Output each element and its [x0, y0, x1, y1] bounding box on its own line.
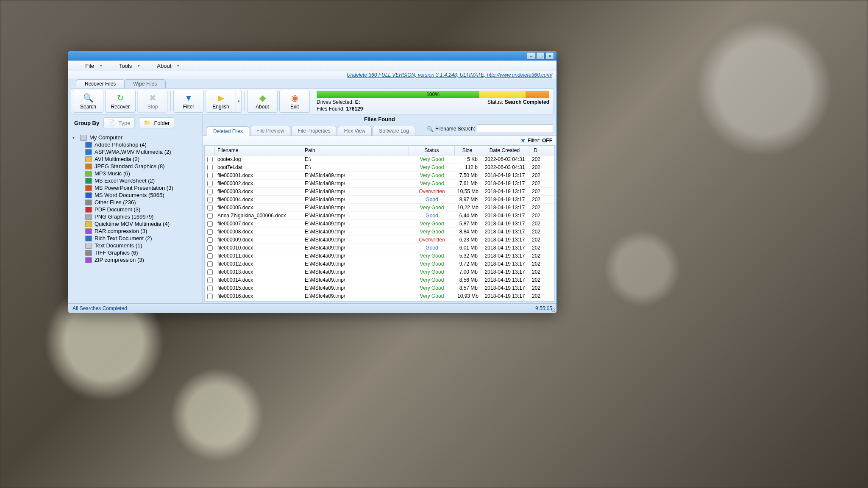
tab-file-properties[interactable]: File Properties: [291, 126, 337, 136]
table-row[interactable]: file000004.docxE:\MSIc4a09.tmp\Good8,97 …: [205, 196, 554, 204]
menu-tools[interactable]: Tools ▾: [119, 63, 140, 69]
tree-item[interactable]: ZIP compression (3): [85, 256, 200, 263]
group-by-type-button[interactable]: 📄 Type: [103, 117, 135, 128]
row-checkbox[interactable]: [207, 253, 213, 259]
tree-item[interactable]: MS PowerPoint Presentation (3): [85, 184, 200, 191]
progress-bar: 100%: [317, 91, 549, 98]
tree-item-label: MS Excel WorkSheet (2): [95, 177, 155, 184]
menu-about[interactable]: About ▾: [157, 63, 179, 69]
search-button[interactable]: 🔍 Search: [73, 90, 103, 113]
table-row[interactable]: file000007.docxE:\MSIc4a09.tmp\Very Good…: [205, 220, 554, 228]
category-tree[interactable]: ▾ My Computer Adobe Photoshop (4)ASF,WMA…: [68, 131, 202, 303]
table-row[interactable]: file000003.docxE:\MSIc4a09.tmp\Overwritt…: [205, 188, 554, 196]
tree-item[interactable]: Quicktime MOV Multimedia (4): [85, 220, 200, 227]
table-row[interactable]: file000015.docxE:\MSIc4a09.tmp\Very Good…: [205, 284, 554, 292]
col-status[interactable]: Status: [409, 146, 455, 155]
minimize-button[interactable]: –: [527, 52, 535, 60]
table-row[interactable]: file000017.docxE:\MSIc4a09.tmp\Overwritt…: [205, 300, 554, 301]
tree-item[interactable]: TIFF Graphics (6): [85, 249, 200, 256]
table-row[interactable]: file000016.docxE:\MSIc4a09.tmp\Very Good…: [205, 292, 554, 300]
tab-software-log[interactable]: Software Log: [373, 126, 415, 136]
tree-item[interactable]: RAR compression (3): [85, 227, 200, 235]
row-checkbox[interactable]: [207, 173, 213, 178]
stop-icon: ✖: [147, 93, 158, 103]
tree-root[interactable]: ▾ My Computer: [72, 134, 200, 141]
row-checkbox[interactable]: [207, 294, 213, 299]
table-row[interactable]: file000001.docxE:\MSIc4a09.tmp\Very Good…: [205, 172, 554, 180]
row-checkbox[interactable]: [207, 277, 213, 283]
row-checkbox[interactable]: [207, 237, 213, 243]
tab-hex-view[interactable]: Hex View: [338, 126, 372, 136]
row-checkbox[interactable]: [207, 245, 213, 251]
table-row[interactable]: bootex.logE:\Very Good5 Kb2022-06-03 04:…: [205, 155, 554, 164]
table-row[interactable]: file000014.docxE:\MSIc4a09.tmp\Very Good…: [205, 276, 554, 284]
filename-search-input[interactable]: [477, 125, 553, 133]
row-checkbox[interactable]: [207, 205, 213, 211]
col-checkbox[interactable]: [205, 146, 215, 155]
table-row[interactable]: file000005.docxE:\MSIc4a09.tmp\Very Good…: [205, 204, 554, 212]
close-button[interactable]: ✕: [545, 52, 554, 60]
tab-recover-files[interactable]: Recover Files: [76, 79, 125, 88]
table-row[interactable]: Anna Zhigalkina_000006.docxE:\MSIc4a09.t…: [205, 212, 554, 220]
row-checkbox[interactable]: [207, 269, 213, 275]
filter-toggle[interactable]: OFF: [542, 138, 552, 144]
tree-item[interactable]: JPEG Standard Graphics (8): [85, 163, 200, 170]
col-date[interactable]: Date Created: [480, 146, 529, 155]
table-row[interactable]: file000013.docxE:\MSIc4a09.tmp\Very Good…: [205, 268, 554, 276]
grid-body[interactable]: bootex.logE:\Very Good5 Kb2022-06-03 04:…: [205, 155, 554, 301]
row-checkbox[interactable]: [207, 229, 213, 235]
recover-button[interactable]: ↻ Recover: [105, 90, 136, 113]
tree-item[interactable]: MS Excel WorkSheet (2): [85, 177, 200, 184]
about-button[interactable]: ◆ About: [247, 90, 278, 113]
menu-file[interactable]: File ▾: [85, 63, 102, 69]
row-checkbox[interactable]: [207, 261, 213, 267]
tree-item[interactable]: Text Documents (1): [85, 242, 200, 249]
exit-button[interactable]: ◉ Exit: [279, 90, 310, 113]
group-by-folder-button[interactable]: 📁 Folder: [139, 117, 174, 128]
row-checkbox[interactable]: [207, 189, 213, 194]
row-checkbox[interactable]: [207, 165, 213, 170]
titlebar[interactable]: – ▢ ✕: [68, 51, 556, 61]
tree-item[interactable]: Rich Text Document (2): [85, 235, 200, 242]
filetype-icon: [85, 250, 92, 256]
cell-size: 7,00 Mb: [455, 269, 480, 275]
table-row[interactable]: bootTel.datE:\Very Good112 b2022-06-03 0…: [205, 164, 554, 172]
resize-grip[interactable]: [551, 308, 555, 312]
row-checkbox[interactable]: [207, 197, 213, 202]
tree-item[interactable]: MS Word Documents (5865): [85, 191, 200, 199]
cell-path: E:\: [302, 164, 409, 170]
table-row[interactable]: file000008.docxE:\MSIc4a09.tmp\Very Good…: [205, 228, 554, 236]
filetype-icon: [85, 257, 92, 263]
filename-search-label: Filename Search:: [435, 126, 475, 132]
table-row[interactable]: file000002.docxE:\MSIc4a09.tmp\Very Good…: [205, 180, 554, 188]
maximize-button[interactable]: ▢: [536, 52, 545, 60]
col-size[interactable]: Size: [455, 146, 480, 155]
tree-item[interactable]: ASF,WMA,WMV Multimedia (2): [85, 148, 200, 155]
filter-button[interactable]: ▼ Filter: [173, 90, 204, 113]
col-d[interactable]: D: [529, 146, 542, 155]
chevron-down-icon: ▾: [138, 64, 140, 68]
language-button[interactable]: ▶ English: [206, 90, 236, 113]
row-checkbox[interactable]: [207, 286, 213, 291]
table-row[interactable]: file000010.docxE:\MSIc4a09.tmp\Good6,01 …: [205, 244, 554, 252]
row-checkbox[interactable]: [207, 157, 213, 162]
tree-item[interactable]: PNG Graphics (169979): [85, 213, 200, 220]
tree-item[interactable]: MP3 Music (6): [85, 170, 200, 177]
tree-item[interactable]: AVI Multimedia (2): [85, 155, 200, 163]
row-checkbox[interactable]: [207, 181, 213, 186]
language-dropdown[interactable]: ▾: [236, 90, 242, 113]
col-filename[interactable]: Filename: [215, 146, 302, 155]
tree-item[interactable]: Adobe Photoshop (4): [85, 141, 200, 148]
row-checkbox[interactable]: [207, 221, 213, 227]
tree-item[interactable]: PDF Document (3): [85, 206, 200, 213]
tab-wipe-files[interactable]: Wipe Files: [124, 79, 166, 88]
row-checkbox[interactable]: [207, 213, 213, 219]
table-row[interactable]: file000009.docxE:\MSIc4a09.tmp\Overwritt…: [205, 236, 554, 244]
tab-deleted-files[interactable]: Deleted Files: [207, 126, 249, 136]
col-path[interactable]: Path: [302, 146, 409, 155]
tab-file-preview[interactable]: File Preview: [250, 126, 290, 136]
table-row[interactable]: file000012.docxE:\MSIc4a09.tmp\Very Good…: [205, 260, 554, 268]
tree-item[interactable]: Other Files (236): [85, 199, 200, 206]
version-link[interactable]: Undelete 360 FULL VERSION, version 3.1.4…: [347, 72, 552, 78]
table-row[interactable]: file000011.docxE:\MSIc4a09.tmp\Very Good…: [205, 252, 554, 260]
